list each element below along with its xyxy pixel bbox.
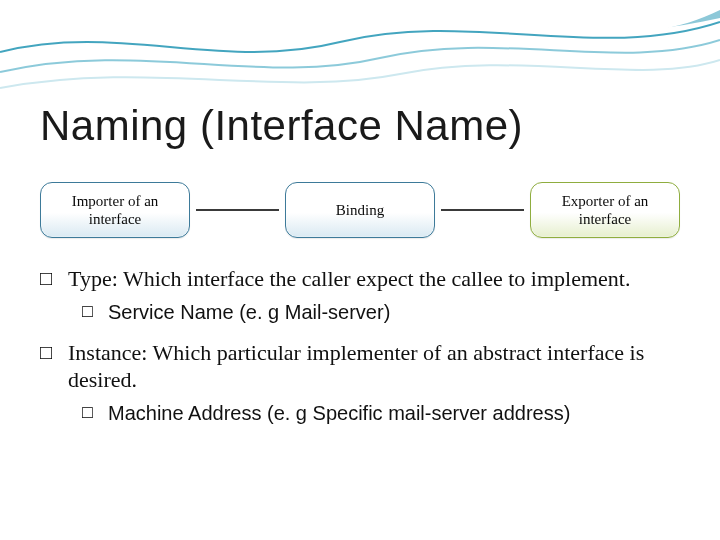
bullet-instance-sub: Machine Address (e. g Specific mail-serv… bbox=[40, 400, 680, 426]
bullet-type-sub: Service Name (e. g Mail-server) bbox=[40, 299, 680, 325]
content-area: Type: Which interface the caller expect … bbox=[40, 265, 680, 440]
connector-line bbox=[196, 209, 279, 211]
header-wave-decoration bbox=[0, 0, 720, 110]
bullet-type: Type: Which interface the caller expect … bbox=[40, 265, 680, 293]
bullet-instance: Instance: Which particular implementer o… bbox=[40, 339, 680, 394]
importer-node: Importer of an interface bbox=[40, 182, 190, 238]
binding-node: Binding bbox=[285, 182, 435, 238]
connector-line bbox=[441, 209, 524, 211]
slide-title: Naming (Interface Name) bbox=[40, 102, 523, 150]
binding-diagram: Importer of an interface Binding Exporte… bbox=[40, 180, 680, 240]
exporter-node: Exporter of an interface bbox=[530, 182, 680, 238]
